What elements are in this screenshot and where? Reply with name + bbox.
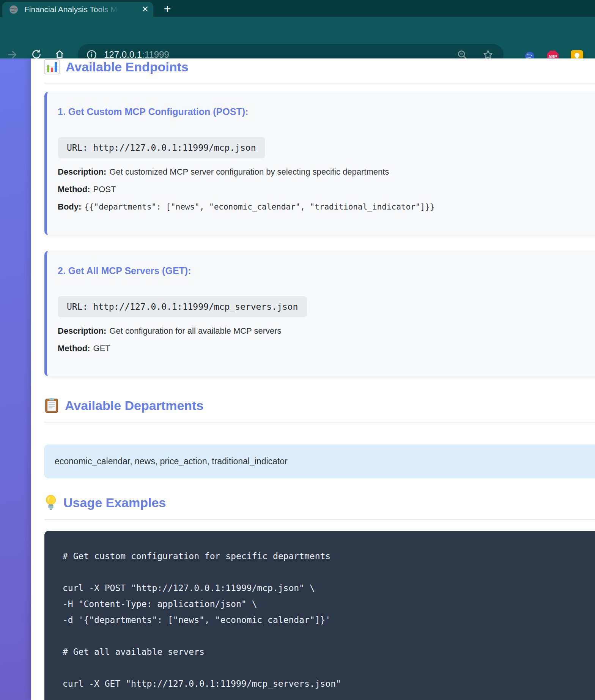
clipboard-icon bbox=[44, 397, 59, 413]
light-bulb-icon bbox=[44, 494, 57, 511]
browser-tab[interactable]: Financial Analysis Tools MCP ✕ bbox=[2, 2, 153, 17]
method-label: Method: bbox=[58, 344, 90, 353]
section-departments: Available Departments economic_calendar,… bbox=[44, 397, 595, 478]
tab-favicon-globe-icon bbox=[9, 5, 19, 14]
endpoint-url: URL: http://127.0.0.1:11999/mcp_servers.… bbox=[58, 296, 307, 317]
description-label: Description: bbox=[58, 167, 106, 177]
departments-list: economic_calendar, news, price_action, t… bbox=[44, 445, 595, 478]
section-title-usage: Usage Examples bbox=[63, 495, 166, 510]
method-label: Method: bbox=[58, 184, 90, 194]
section-endpoints: Available Endpoints 1. Get Custom MCP Co… bbox=[44, 58, 595, 376]
method-value: POST bbox=[93, 184, 116, 194]
url-port: :11999 bbox=[142, 49, 169, 60]
endpoint-title: 2. Get All MCP Servers (GET): bbox=[58, 265, 595, 276]
new-tab-button[interactable]: + bbox=[159, 2, 176, 16]
tab-close-icon[interactable]: ✕ bbox=[142, 5, 149, 14]
tab-strip: Financial Analysis Tools MCP ✕ + bbox=[0, 0, 595, 17]
endpoint-card-mcp-servers-json: 2. Get All MCP Servers (GET): URL: http:… bbox=[44, 251, 595, 377]
section-title-departments: Available Departments bbox=[65, 398, 203, 413]
description-label: Description: bbox=[58, 326, 106, 336]
browser-chrome: Financial Analysis Tools MCP ✕ + 127.0.0… bbox=[0, 0, 595, 58]
endpoint-title: 1. Get Custom MCP Configuration (POST): bbox=[58, 106, 595, 117]
tab-title-fade bbox=[94, 5, 124, 14]
method-value: GET bbox=[93, 344, 110, 353]
usage-code-block: # Get custom configuration for specific … bbox=[44, 531, 595, 700]
bar-chart-icon bbox=[44, 59, 60, 74]
page-background-gradient bbox=[0, 58, 31, 700]
description-value: Get configuration for all available MCP … bbox=[109, 326, 281, 336]
endpoint-url: URL: http://127.0.0.1:11999/mcp.json bbox=[58, 137, 265, 158]
page-content: Available Endpoints 1. Get Custom MCP Co… bbox=[31, 58, 595, 700]
url-host: 127.0.0.1 bbox=[104, 49, 142, 60]
description-value: Get customized MCP server configuration … bbox=[109, 167, 389, 177]
section-title-endpoints: Available Endpoints bbox=[66, 60, 189, 74]
endpoint-card-mcp-json: 1. Get Custom MCP Configuration (POST): … bbox=[44, 92, 595, 235]
browser-toolbar: 127.0.0.1:11999 ABP bbox=[0, 17, 595, 58]
section-usage: Usage Examples # Get custom configuratio… bbox=[44, 493, 595, 700]
body-label: Body: bbox=[58, 202, 81, 211]
body-value: {{"departments": ["news", "economic_cale… bbox=[84, 202, 434, 211]
